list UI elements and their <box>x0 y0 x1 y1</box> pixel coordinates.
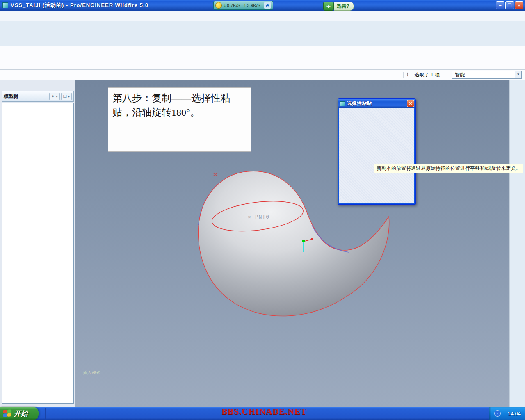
start-label: 开始 <box>14 409 28 418</box>
status-filter-row: ⌇ 选取了 1 项 智能 ▼ <box>0 70 525 80</box>
xunlei-badge[interactable]: ✈ 迅雷7 <box>323 1 354 11</box>
tree-show-button[interactable]: ▤ ▾ <box>61 93 72 100</box>
right-toolbar <box>509 80 525 407</box>
toolbar-second <box>0 34 525 46</box>
taskbar-clock: 14:04 <box>507 411 521 417</box>
insert-mode-label: 插入模式 <box>83 370 101 376</box>
main-area: 模型树 ✦ ▾ ▤ ▾ <box>0 80 525 407</box>
dialog-titlebar[interactable]: 选择性粘贴 ✕ <box>338 99 415 108</box>
chevron-down-icon: ▼ <box>515 71 521 78</box>
toolbar-top <box>0 21 525 34</box>
restore-button[interactable]: ❐ <box>505 1 514 9</box>
tooltip: 新副本的放置将通过从原始特征的位置进行平移和/或旋转来定义。 <box>374 164 523 173</box>
xunlei-label: 迅雷7 <box>334 2 354 11</box>
selection-count: 选取了 1 项 <box>415 71 440 78</box>
start-button[interactable]: 开始 <box>0 407 39 420</box>
tree-settings-button[interactable]: ✦ ▾ <box>49 93 60 100</box>
selection-filter-dropdown[interactable]: 智能 ▼ <box>452 71 522 79</box>
download-arrow-icon: ↓ <box>224 2 226 8</box>
window-titlebar: VSS_TAIJI (活动的) - Pro/ENGINEER Wildfire … <box>0 0 525 11</box>
watermark: BBS.CHINADE.NET <box>221 406 307 417</box>
model-tree <box>2 103 74 404</box>
window-title: VSS_TAIJI (活动的) - Pro/ENGINEER Wildfire … <box>11 2 148 9</box>
close-button[interactable]: ✕ <box>515 1 523 9</box>
note-line-2: 贴，沿轴旋转180°。 <box>112 105 247 120</box>
dialog-title: 选择性粘贴 <box>347 100 407 107</box>
navigator-tabs <box>2 81 74 91</box>
viewport[interactable]: 第八步：复制——选择性粘 贴，沿轴旋转180°。 ✕ PNT0 插入模式 <box>75 80 509 407</box>
windows-flag-icon <box>3 409 11 417</box>
dialog-icon <box>340 101 345 106</box>
xunlei-bird-icon: ✈ <box>323 2 334 11</box>
tutorial-note: 第八步：复制——选择性粘 贴，沿轴旋转180°。 <box>108 87 251 152</box>
quick-launch-bar <box>39 408 46 419</box>
model-tree-panel: 模型树 ✦ ▾ ▤ ▾ <box>2 81 74 404</box>
datum-point-label: ✕ PNT0 <box>248 214 269 220</box>
note-line-1: 第八步：复制——选择性粘 <box>112 91 247 105</box>
upload-arrow-icon: ↑ <box>244 2 246 8</box>
xunlei-orb-icon <box>215 2 222 9</box>
message-area <box>0 46 525 70</box>
download-speed: 0.7K/S <box>227 3 240 8</box>
dialog-close-button[interactable]: ✕ <box>407 100 414 107</box>
model-tree-title: 模型树 <box>4 93 48 100</box>
upload-speed: 3.9K/S <box>247 3 260 8</box>
selection-filter-value: 智能 <box>455 71 465 78</box>
filter-status-icon: ⌇ <box>403 72 411 78</box>
system-tray: ‹ 14:04 <box>489 407 525 420</box>
menubar <box>0 11 525 21</box>
dialog-body <box>339 108 414 203</box>
xunlei-speed-widget[interactable]: ↓ 0.7K/S ↑ 3.9K/S e <box>213 1 273 10</box>
proe-app-icon <box>2 2 8 8</box>
paste-special-dialog: 选择性粘贴 ✕ <box>338 98 416 205</box>
model-tree-header: 模型树 ✦ ▾ ▤ ▾ <box>2 91 74 102</box>
browser-icon[interactable]: e <box>264 2 271 9</box>
top-vertex-mark <box>213 173 217 176</box>
minimize-button[interactable]: – <box>496 1 504 9</box>
tray-chevron-icon[interactable]: ‹ <box>494 410 501 417</box>
